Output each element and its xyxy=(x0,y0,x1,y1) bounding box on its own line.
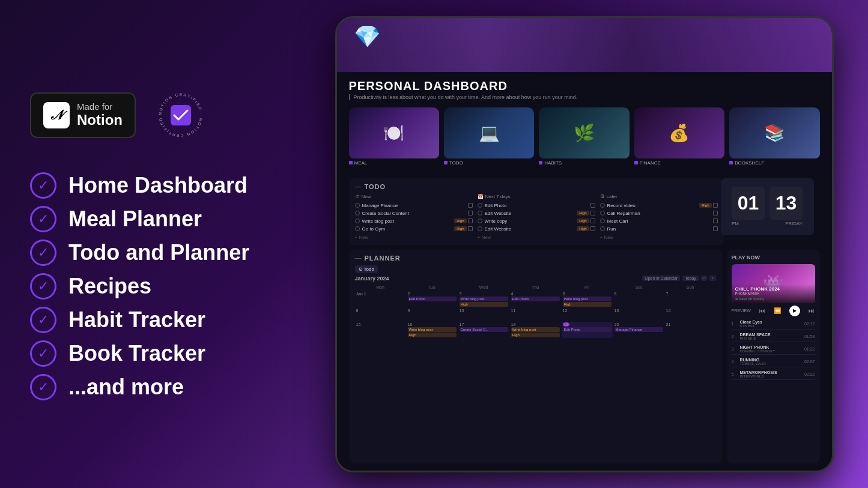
track-name: DREAM SPACE xyxy=(740,333,804,337)
todo-circle xyxy=(600,226,605,231)
card-dot xyxy=(729,161,733,164)
clock-hour: 01 xyxy=(732,187,765,220)
todo-section-wrapper: TODO ⏱ Now Manage Finance xyxy=(349,178,820,245)
feature-label-3: Todo and Planner xyxy=(68,240,249,265)
track-info: METAMORPHOSIS INTERWORLD xyxy=(738,370,804,378)
cal-cell[interactable]: 8 xyxy=(355,308,406,321)
todo-checkbox[interactable] xyxy=(713,211,718,215)
todo-checkbox[interactable] xyxy=(713,218,718,223)
cal-cell[interactable]: 11 xyxy=(510,308,561,321)
add-new-btn[interactable]: + New xyxy=(355,235,473,240)
cal-cell[interactable]: 16Write blog postHigh xyxy=(407,322,458,338)
check-icon-3: ✓ xyxy=(30,239,56,266)
todo-scene: 💻 xyxy=(444,107,534,158)
add-new-btn[interactable]: + New xyxy=(600,235,718,240)
track-artist: PHONK $ xyxy=(740,337,804,340)
track-name: METAMORPHOSIS xyxy=(740,370,804,375)
feature-item: ✓ Recipes xyxy=(30,273,282,300)
cal-cell[interactable]: 6 xyxy=(613,291,664,307)
todo-checkbox[interactable] xyxy=(468,226,473,231)
list-item: 1 Close Eyes $ DVBST 02:12 xyxy=(732,319,815,330)
table-row: Run xyxy=(600,225,718,233)
play-button[interactable]: ▶ xyxy=(789,306,800,316)
spotify-save[interactable]: ⊕ Save on Spotify xyxy=(735,297,812,301)
list-item: 2 DREAM SPACE PHONK $ 01:53 xyxy=(732,331,815,342)
todo-circle xyxy=(478,218,482,223)
track-list: 1 Close Eyes $ DVBST 02:12 2 DREA xyxy=(732,319,815,380)
today-btn[interactable]: Today xyxy=(682,276,699,281)
music-section: PLAY NOW 👾 CHILL PHONK 2024 PHONKMANIA ⊕… xyxy=(727,250,820,463)
play-controls: PREVIEW ⏮ ⏪ ▶ ⏭ xyxy=(732,306,815,316)
todo-checkbox[interactable] xyxy=(468,211,473,215)
cal-cell[interactable]: 2Edit Photo xyxy=(407,291,458,307)
track-info: Close Eyes $ DVBST xyxy=(738,320,804,328)
rewind-btn[interactable]: ⏪ xyxy=(774,307,781,314)
cal-cell-today[interactable]: 19Edit Photo xyxy=(562,322,613,338)
dashboard-title: PERSONAL DASHBOARD xyxy=(349,79,820,93)
album-title: CHILL PHONK 2024 xyxy=(735,286,812,292)
cal-event: Edit Photo xyxy=(511,297,560,301)
todo-checkbox[interactable] xyxy=(590,211,595,215)
todo-circle xyxy=(600,203,605,208)
cal-cell[interactable]: 4Edit Photo xyxy=(510,291,561,307)
nav-card-habits[interactable]: 🌿 HABITS xyxy=(539,107,629,173)
cal-cell[interactable]: 18Write blog postHigh xyxy=(510,322,561,338)
notion-label: Notion xyxy=(77,112,123,128)
todo-checkbox[interactable] xyxy=(713,203,718,208)
todo-circle xyxy=(355,218,360,223)
nav-prev-btn[interactable]: ‹ xyxy=(701,276,707,281)
todo-checkbox[interactable] xyxy=(590,218,595,223)
table-row: Edit Website High xyxy=(478,225,595,233)
nav-card-finance[interactable]: 💰 FINANCE xyxy=(634,107,724,173)
table-row: Call Repairman xyxy=(600,209,718,217)
feature-label-5: Habit Tracker xyxy=(68,307,205,333)
bookshelf-card-image: 📚 xyxy=(729,107,819,158)
cal-event-high: High xyxy=(511,333,560,337)
cal-cell[interactable]: 14 xyxy=(665,308,716,321)
cal-cell[interactable]: 12 xyxy=(562,308,613,321)
feature-item: ✓ Meal Planner xyxy=(30,206,282,232)
cal-event: Manage Finance xyxy=(615,327,663,332)
next-btn[interactable]: ⏭ xyxy=(809,307,815,314)
nav-card-meal[interactable]: 🍽️ MEAL xyxy=(349,107,439,173)
cal-cell[interactable]: Jan 1 xyxy=(355,291,406,307)
track-duration: 01:53 xyxy=(804,334,815,339)
cal-event: Write blog post xyxy=(408,327,457,332)
todo-checkbox[interactable] xyxy=(468,203,473,208)
feature-item: ✓ Home Dashboard xyxy=(30,172,282,199)
table-row: Edit Photo xyxy=(478,202,595,209)
cal-cell[interactable]: 5Write blog postHigh xyxy=(562,291,613,307)
todo-circle xyxy=(355,211,360,215)
cal-cell[interactable]: 10 xyxy=(458,308,509,321)
cal-cell[interactable]: 20Manage Finance xyxy=(613,322,664,338)
open-calendar-btn[interactable]: Open in Calendar xyxy=(642,276,680,281)
todo-checkbox[interactable] xyxy=(590,203,595,208)
cal-cell[interactable]: 15 xyxy=(355,322,406,338)
cal-cell[interactable]: 7 xyxy=(665,291,716,307)
clock-period: PM xyxy=(732,221,739,226)
finance-scene: 💰 xyxy=(634,107,724,158)
cal-cell[interactable]: 21 xyxy=(665,322,716,338)
todo-card-image: 💻 xyxy=(444,107,534,158)
cal-event-high: High xyxy=(563,302,612,307)
todo-checkbox[interactable] xyxy=(713,226,718,231)
todo-checkbox[interactable] xyxy=(468,218,473,223)
cal-cell[interactable]: 17Create Social C.. xyxy=(458,322,509,338)
track-num: 1 xyxy=(732,322,738,326)
feature-label-4: Recipes xyxy=(68,274,151,299)
planner-tab-active[interactable]: ⊙ Todo xyxy=(355,265,378,273)
cal-cell[interactable]: 3Write blog postHigh xyxy=(458,291,509,307)
nav-next-btn[interactable]: › xyxy=(709,276,715,281)
add-new-btn[interactable]: + New xyxy=(478,235,595,240)
nav-card-todo[interactable]: 💻 TODO xyxy=(444,107,534,173)
todo-checkbox[interactable] xyxy=(590,226,595,231)
feature-item: ✓ ...and more xyxy=(30,374,282,400)
track-name: NIGHT PHONK xyxy=(740,345,804,349)
table-row: Create Social Content xyxy=(355,209,473,217)
notion-n-icon: 𝒩 xyxy=(43,102,70,128)
cal-cell[interactable]: 13 xyxy=(613,308,664,321)
nav-card-bookshelf[interactable]: 📚 BOOKSHELF xyxy=(729,107,819,173)
prev-btn[interactable]: ⏮ xyxy=(759,307,765,314)
track-info: DREAM SPACE PHONK $ xyxy=(738,333,804,340)
cal-cell[interactable]: 9 xyxy=(407,308,458,321)
